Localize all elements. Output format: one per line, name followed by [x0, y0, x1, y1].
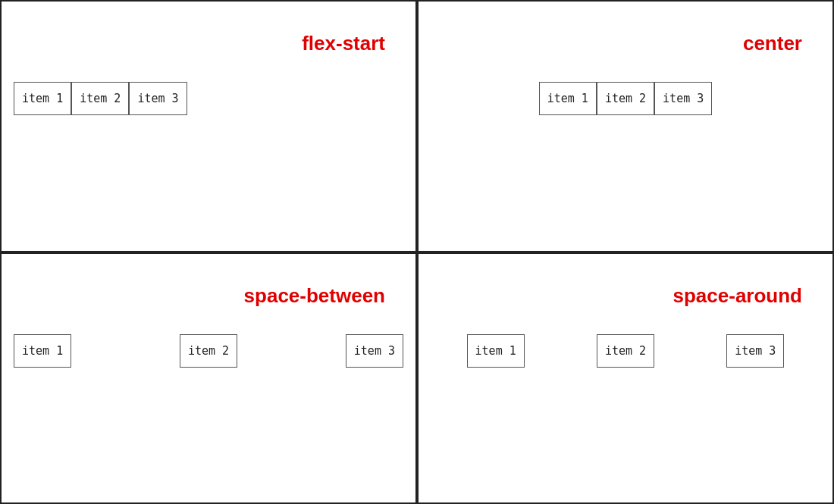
- item-1: item 1: [467, 334, 525, 368]
- flex-container-flex-start: item 1 item 2 item 3: [14, 82, 403, 115]
- panel-space-around: space-around item 1 item 2 item 3: [417, 252, 834, 505]
- item-1: item 1: [539, 82, 597, 115]
- flex-container-center: item 1 item 2 item 3: [431, 82, 820, 115]
- item-1: item 1: [14, 334, 71, 368]
- item-3: item 3: [346, 334, 403, 368]
- label-flex-start: flex-start: [302, 32, 385, 55]
- item-2: item 2: [597, 82, 654, 115]
- item-3: item 3: [654, 82, 712, 115]
- label-center: center: [743, 32, 802, 55]
- item-1: item 1: [14, 82, 71, 115]
- main-grid: flex-start item 1 item 2 item 3 center i…: [0, 0, 834, 504]
- item-2: item 2: [71, 82, 129, 115]
- label-space-between: space-between: [244, 284, 385, 308]
- item-2: item 2: [180, 334, 237, 368]
- item-2: item 2: [597, 334, 654, 368]
- label-space-around: space-around: [673, 284, 803, 308]
- flex-container-space-between: item 1 item 2 item 3: [14, 334, 403, 368]
- panel-center: center item 1 item 2 item 3: [417, 0, 834, 252]
- item-3: item 3: [726, 334, 784, 368]
- panel-flex-start: flex-start item 1 item 2 item 3: [0, 0, 417, 252]
- item-3: item 3: [129, 82, 187, 115]
- flex-container-space-around: item 1 item 2 item 3: [431, 334, 820, 368]
- panel-space-between: space-between item 1 item 2 item 3: [0, 252, 417, 505]
